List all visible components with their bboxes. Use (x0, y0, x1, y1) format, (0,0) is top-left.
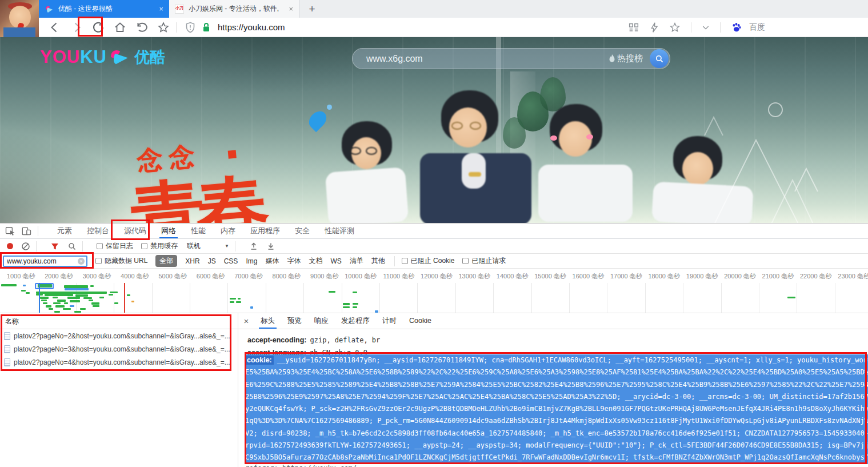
devtools-tab-1[interactable]: 控制台 (79, 223, 117, 238)
network-overview-waterfall[interactable] (0, 283, 868, 313)
request-row-0[interactable]: platov2?pageNo=2&host=youku.com&subchann… (0, 329, 238, 342)
timeline-ruler: 1000 毫秒2000 毫秒3000 毫秒4000 毫秒5000 毫秒6000 … (0, 269, 868, 283)
clear-filter-icon[interactable]: × (78, 258, 85, 265)
shield-icon[interactable] (183, 21, 197, 34)
flame-icon (609, 54, 615, 63)
throttling-select[interactable]: 联机 ▼ (187, 241, 229, 251)
devtools-tab-8[interactable]: 性能评测 (317, 223, 362, 238)
waterfall-bar (55, 305, 65, 308)
overview-selection-box[interactable] (35, 283, 54, 289)
inspect-element-icon[interactable] (5, 225, 16, 237)
export-har-icon[interactable] (266, 242, 275, 251)
ruler-label-20: 21000 毫秒 (759, 269, 797, 283)
disable-cache-checkbox[interactable] (141, 243, 147, 249)
new-tab-button[interactable]: + (305, 2, 319, 16)
detail-tab-3[interactable]: 发起程序 (335, 313, 376, 329)
restore-session-icon[interactable] (135, 21, 149, 34)
url-text[interactable]: https://youku.com (218, 22, 623, 32)
search-log-icon[interactable] (67, 242, 77, 251)
youku-logo[interactable]: YOUKU 优酷 (40, 47, 165, 67)
browser-tab-youku[interactable]: 优酷 - 这世界很酷 × (39, 0, 169, 18)
device-toolbar-icon[interactable] (21, 225, 32, 237)
qr-code-icon[interactable] (627, 21, 640, 34)
filter-type-7[interactable]: 文档 (309, 256, 322, 266)
bookmark-star-icon[interactable] (669, 21, 681, 34)
waterfall-bar (114, 302, 118, 304)
ruler-gridline (114, 283, 114, 313)
devtools-tab-0[interactable]: 元素 (50, 223, 79, 238)
refresh-button-icon[interactable] (91, 21, 105, 34)
home-button-icon[interactable] (113, 21, 127, 34)
detail-tab-5[interactable]: Cookie (403, 313, 438, 329)
youku-search-bar[interactable]: 热搜榜 (352, 48, 670, 69)
detail-tab-1[interactable]: 预览 (281, 313, 308, 329)
devtools-tab-6[interactable]: 应用程序 (243, 223, 287, 238)
waterfall-bar (63, 308, 71, 310)
filter-type-9[interactable]: 清单 (350, 256, 363, 266)
browser-tab-xiaodao[interactable]: 小刀 小刀娱乐网 - 专注活动，软件, × (169, 0, 299, 18)
ruler-gridline (342, 283, 342, 313)
partial-next-header-line: referer: https://youku.com/ (245, 464, 357, 467)
ruler-label-14: 15000 毫秒 (531, 269, 569, 283)
filter-type-10[interactable]: 其他 (371, 256, 385, 266)
lightning-icon[interactable] (648, 21, 661, 34)
filter-type-8[interactable]: WS (330, 257, 341, 265)
record-button-icon[interactable] (7, 243, 13, 249)
filter-type-1[interactable]: XHR (185, 257, 199, 265)
ruler-gridline (303, 283, 304, 313)
detail-tab-4[interactable]: 计时 (376, 313, 403, 329)
ruler-label-11: 12000 毫秒 (417, 269, 455, 283)
request-name-column-header[interactable]: 名称 (0, 313, 238, 329)
tab-close-icon[interactable]: × (159, 5, 163, 13)
devtools-tab-4[interactable]: 性能 (183, 223, 213, 238)
cookie-header-selected-text[interactable]: cookie:__ysuid=1627267011847yBn; __aysid… (245, 354, 868, 464)
user-avatar[interactable] (0, 0, 39, 37)
back-button-icon[interactable] (48, 21, 62, 34)
favorite-star-icon[interactable] (157, 21, 170, 34)
devtools-tab-5[interactable]: 内存 (213, 223, 243, 238)
baidu-paw-icon[interactable] (730, 21, 743, 34)
forward-button-icon[interactable] (70, 21, 83, 34)
tab-close-icon[interactable]: × (289, 5, 293, 13)
filter-type-4[interactable]: Img (246, 257, 257, 265)
waterfall-bar (40, 297, 49, 299)
filter-type-2[interactable]: JS (208, 257, 216, 265)
request-rows: platov2?pageNo=2&host=youku.com&subchann… (0, 329, 238, 369)
waterfall-bar (353, 306, 357, 308)
logo-text-cn: 优酷 (134, 47, 165, 67)
waterfall-bar (21, 290, 26, 292)
blocked-cookies-checkbox[interactable] (402, 258, 408, 264)
devtools-tab-2[interactable]: 源代码 (117, 223, 154, 238)
filter-type-6[interactable]: 字体 (287, 256, 301, 266)
ruler-label-7: 8000 毫秒 (266, 269, 303, 283)
filter-type-5[interactable]: 媒体 (265, 256, 279, 266)
request-row-1[interactable]: platov2?pageNo=3&host=youku.com&subchann… (0, 342, 238, 356)
baidu-search-label[interactable]: 百度 (749, 22, 765, 33)
filter-funnel-icon[interactable] (50, 242, 59, 251)
divider (176, 22, 177, 33)
search-input[interactable] (353, 54, 609, 64)
filter-type-0[interactable]: 全部 (155, 255, 177, 267)
secure-lock-icon[interactable] (199, 21, 213, 34)
clear-log-icon[interactable] (21, 242, 30, 251)
devtools-tab-3[interactable]: 网络 (154, 223, 183, 238)
waterfall-bar (353, 292, 357, 293)
network-toolbar: 保留日志 禁用缓存 联机 ▼ (0, 239, 868, 254)
hot-search-link[interactable]: 热搜榜 (609, 53, 643, 64)
ruler-gridline (569, 283, 570, 313)
import-har-icon[interactable] (249, 242, 258, 251)
request-row-2[interactable]: platov2?pageNo=4&host=youku.com&subchann… (0, 356, 238, 369)
filter-type-3[interactable]: CSS (224, 257, 238, 265)
devtools-tab-7[interactable]: 安全 (287, 223, 317, 238)
detail-tab-2[interactable]: 响应 (308, 313, 335, 329)
search-button[interactable] (650, 49, 669, 68)
detail-tab-0[interactable]: 标头 (254, 313, 281, 329)
blocked-requests-checkbox[interactable] (462, 258, 469, 264)
close-detail-icon[interactable]: × (238, 316, 254, 326)
chevron-down-icon[interactable] (701, 21, 710, 34)
preserve-log-checkbox[interactable] (97, 243, 103, 249)
divider (235, 241, 235, 252)
hide-data-urls-checkbox[interactable] (95, 258, 102, 264)
waterfall-bar (90, 285, 94, 287)
filter-input[interactable] (3, 256, 87, 267)
